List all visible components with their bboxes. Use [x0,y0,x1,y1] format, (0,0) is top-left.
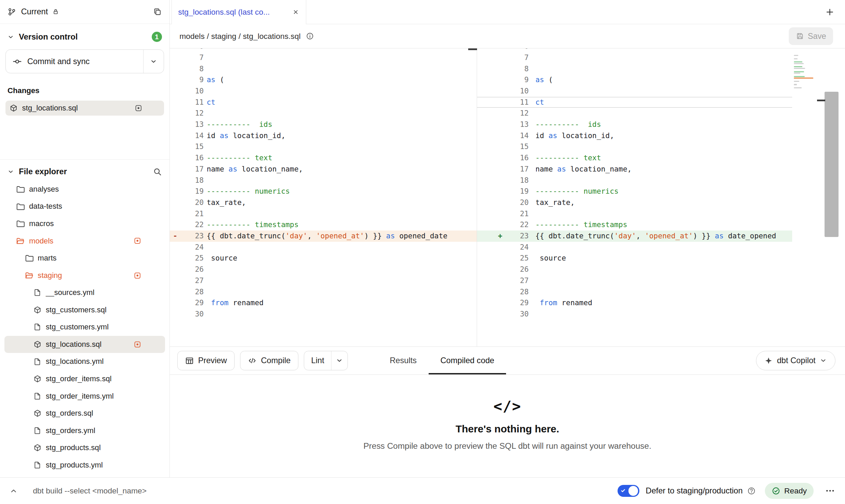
code-text [207,309,476,320]
file-explorer-item-stg-products-yml[interactable]: stg_products.yml [4,457,165,474]
help-icon[interactable] [747,487,756,495]
lock-icon [52,8,59,15]
gutter: 8 [477,63,536,75]
tab-compiled-code[interactable]: Compiled code [429,347,506,374]
code-line-17: 17 name as location_name, [170,164,477,175]
diff-marker [173,74,181,86]
changed-file-row[interactable]: stg_locations.sql [5,101,164,116]
file-explorer-item-marts[interactable]: marts [4,250,165,267]
file-name: stg_orders.yml [46,426,95,435]
copy-icon[interactable] [153,8,162,16]
file-explorer-item-stg-orders-sql[interactable]: stg_orders.sql [4,405,165,422]
minimap[interactable] [792,48,818,346]
code-line-22: 22 ---------- timestamps [170,219,477,231]
commit-options-caret[interactable] [143,50,164,73]
file-explorer-item-stg-locations-sql[interactable]: stg_locations.sql [4,336,165,353]
file-explorer-item-analyses[interactable]: analyses [4,181,165,198]
compile-label: Compile [261,356,291,365]
code-line-29: 29select * from renamed [477,297,792,309]
dbt-copilot-icon [765,357,773,365]
diff-editor-right-pane[interactable]: 6789renamed as (1011 select1213 --------… [477,48,792,346]
pane-sash-handle[interactable] [468,48,477,50]
file-explorer-item-stg-order-items-yml[interactable]: stg_order_items.yml [4,387,165,405]
check-icon [620,488,626,493]
file-explorer-item-stg-order-items-sql[interactable]: stg_order_items.sql [4,370,165,388]
code-line-20: 20 tax_rate, [170,197,477,208]
diff-editor-left-pane[interactable]: 6789renamed as (1011 select1213 --------… [170,48,477,346]
file-explorer-item-stg-customers-yml[interactable]: stg_customers.yml [4,318,165,336]
code-line-16: 16 ---------- text [170,152,477,164]
lint-options-caret[interactable] [331,351,347,370]
gutter: 19 [170,186,208,197]
line-number: 15 [182,141,208,152]
file-explorer-item-models[interactable]: models [4,232,165,250]
file-explorer-item-stg-locations-yml[interactable]: stg_locations.yml [4,353,165,370]
code-line-19: 19 ---------- numerics [170,186,477,197]
gutter: 21 [477,208,536,220]
scrollbar-thumb[interactable] [825,92,839,237]
chevron-down-icon [820,357,827,364]
line-number: 7 [507,52,536,63]
diff-marker [173,97,181,108]
gutter: 22 [170,219,208,231]
file-explorer-item-macros[interactable]: macros [4,215,165,233]
status-badge[interactable]: Ready [765,483,814,499]
gutter: 11 [477,97,536,108]
commit-and-sync-label: Commit and sync [27,57,90,66]
compiled-code-tab-label: Compiled code [440,356,494,365]
file-explorer-header[interactable]: File explorer [8,167,162,176]
code-line-15: 15 [477,141,792,152]
defer-toggle[interactable] [618,485,639,497]
dbt-copilot-button[interactable]: dbt Copilot [756,351,835,370]
tab-title: stg_locations.sql (last co... [178,8,270,17]
file-info-icon[interactable] [306,32,314,40]
tab-stg-locations[interactable]: stg_locations.sql (last co... [172,0,306,24]
code-line-18: 18 [170,175,477,186]
code-line-30: 30 [477,309,792,320]
code-text: tax_rate, [536,197,792,208]
line-number: 11 [507,97,536,108]
code-text: ---------- ids [207,119,476,130]
search-icon[interactable] [153,167,162,176]
diff-marker [173,242,181,253]
file-name: marts [38,254,57,263]
file-explorer-item--sources-yml[interactable]: __sources.yml [4,284,165,301]
diff-marker [173,63,181,75]
tab-results[interactable]: Results [378,347,429,374]
editor-toolbar: Preview Compile Lint [170,346,845,374]
code-text [207,264,476,275]
chevron-up-icon[interactable] [9,486,19,496]
more-options-icon[interactable] [824,484,836,497]
code-text [536,286,792,298]
gutter: 15 [477,141,536,152]
code-line-7: 7 [477,52,792,63]
version-control-header[interactable]: Version control 1 [8,32,162,42]
code-text [207,52,476,63]
new-tab-button[interactable] [823,5,836,19]
code-line-9: 9renamed as ( [477,74,792,86]
line-number: 17 [182,164,208,175]
lint-button[interactable]: Lint [304,351,331,370]
preview-button[interactable]: Preview [177,351,235,370]
file-explorer-item-stg-customers-sql[interactable]: stg_customers.sql [4,301,165,318]
line-number: 10 [507,86,536,97]
file-explorer-item-staging[interactable]: staging [4,267,165,284]
command-input[interactable]: dbt build --select <model_name> [33,486,147,495]
gutter: 27 [477,275,536,286]
branch-selector-row[interactable]: Current [0,0,169,24]
code-text: ---------- numerics [207,186,476,197]
commit-and-sync-main[interactable]: Commit and sync [6,50,143,73]
gutter: 6 [170,48,208,52]
save-button[interactable]: Save [789,27,833,45]
file-explorer-item-data-tests[interactable]: data-tests [4,198,165,215]
compile-button[interactable]: Compile [240,351,298,370]
line-number: 27 [182,275,208,286]
code-line-18: 18 [477,175,792,186]
file-explorer-item-stg-products-sql[interactable]: stg_products.sql [4,439,165,457]
gutter: 7 [170,52,208,63]
gutter: 17 [477,164,536,175]
line-number: 22 [507,219,536,231]
file-explorer-item-stg-orders-yml[interactable]: stg_orders.yml [4,422,165,439]
close-icon[interactable] [288,9,299,16]
minimap-sash-handle[interactable] [817,100,825,101]
